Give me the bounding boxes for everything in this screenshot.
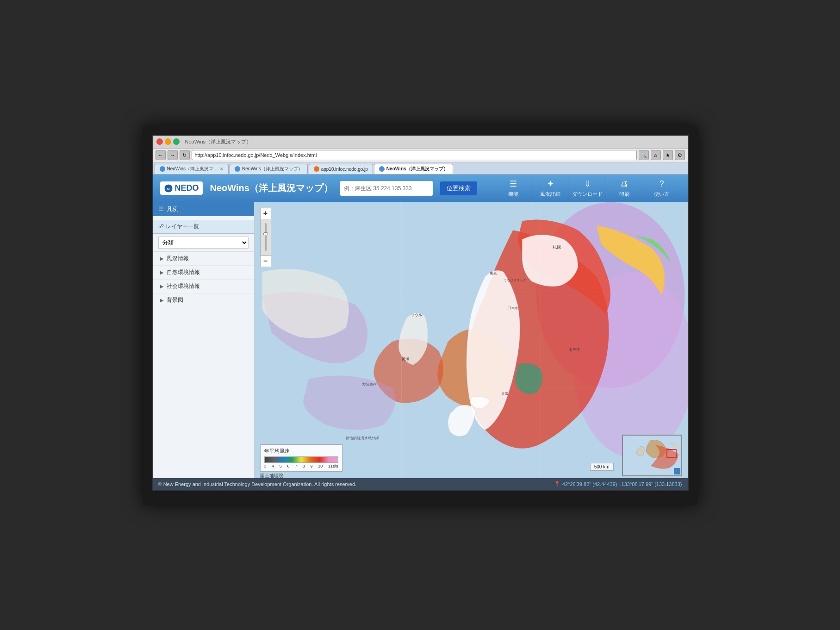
tab-1[interactable]: NeoWins（洋上風況マ… ✕ — [155, 164, 229, 174]
layer-category-area[interactable]: 分類 — [153, 234, 254, 252]
map-attribution: 国土地理院 — [260, 473, 283, 479]
pin-icon: 📍 — [554, 481, 560, 487]
zoom-out-button[interactable]: − — [260, 256, 271, 267]
back-button[interactable]: ← — [156, 150, 166, 160]
layer-item-wind[interactable]: ▶ 風況情報 — [153, 252, 254, 266]
svg-text:大陸東岸: 大陸東岸 — [362, 382, 377, 387]
minimize-button[interactable] — [165, 138, 171, 145]
sidebar-layers-section: ☍ レイヤー一覧 — [153, 220, 254, 234]
tab-3[interactable]: app10.infoc.nedo.go.jp — [309, 164, 373, 174]
function-icon: ☰ — [510, 179, 517, 189]
sidebar-legend-header: ☰ 凡例 — [153, 202, 254, 216]
monitor-frame: NeoWins（洋上風況マップ） ← → ↻ http://app10.info… — [143, 125, 698, 505]
zoom-slider[interactable] — [260, 219, 271, 256]
layer-item-social[interactable]: ▶ 社会環境情報 — [153, 280, 254, 293]
layer-item-background[interactable]: ▶ 背景図 — [153, 293, 254, 307]
scale-bar: 500 km — [590, 463, 614, 471]
nedo-logo: N NEDO — [160, 181, 203, 195]
header-actions: ☰ 機能 ✦ 風況詳細 ⇓ ダウンロード 🖨 印刷 ? 使い方 — [495, 175, 680, 202]
print-button[interactable]: 🖨 印刷 — [606, 175, 643, 202]
layer-arrow-wind: ▶ — [160, 256, 164, 261]
layers-icon: ☍ — [158, 223, 164, 230]
svg-text:排他的経済水域外縁: 排他的経済水域外縁 — [346, 436, 379, 440]
tab-icon-2 — [235, 166, 240, 172]
browser-screen: NeoWins（洋上風況マップ） ← → ↻ http://app10.info… — [152, 135, 689, 491]
tab-icon-4 — [379, 166, 385, 172]
svg-text:日本海: 日本海 — [508, 306, 518, 309]
svg-text:ウラジオストク: ウラジオストク — [504, 278, 526, 281]
mini-map-svg — [623, 436, 682, 476]
copyright-text: © New Energy and Industrial Technology D… — [158, 481, 357, 487]
print-icon: 🖨 — [620, 179, 628, 189]
address-bar[interactable]: http://app10.infoc.nedo.go.jp/Nedo_Webgi… — [192, 150, 637, 160]
svg-text:太平洋: 太平洋 — [568, 348, 579, 352]
sidebar: ☰ 凡例 ☍ レイヤー一覧 分類 ▶ 風況情報 ▶ — [153, 202, 255, 490]
home-button[interactable]: ⌂ — [651, 150, 661, 160]
svg-text:札幌: 札幌 — [552, 245, 560, 250]
legend-box: 年平均風速 3 4 5 6 7 8 9 10 11s/s — [260, 444, 342, 472]
map-container[interactable]: 札幌 東京 ソウル 大阪 大陸東岸 日本海 黄海 太平洋 ウラジオストク 排他的… — [255, 202, 688, 490]
browser-tabs: NeoWins（洋上風況マ… ✕ NeoWins（洋上風況マップ） app10.… — [153, 162, 688, 175]
legend-icon: ☰ — [158, 206, 164, 212]
tab-icon-3 — [314, 166, 319, 172]
svg-text:黄海: 黄海 — [401, 357, 409, 361]
status-bar: © New Energy and Industrial Technology D… — [153, 478, 688, 490]
wind-detail-button[interactable]: ✦ 風況詳細 — [532, 175, 569, 202]
bookmarks-button[interactable]: ★ — [663, 150, 673, 160]
browser-toolbar: ← → ↻ http://app10.infoc.nedo.go.jp/Nedo… — [153, 149, 688, 162]
nedo-logo-icon: N — [164, 184, 173, 193]
coordinates-display: 📍 42°26'39.82" (42.44439) . 133°08'17.99… — [554, 481, 682, 487]
layer-arrow-nature: ▶ — [160, 270, 164, 275]
app-header: N NEDO NeoWins（洋上風況マップ） 位置検索 ☰ 機能 ✦ 風況詳細… — [153, 175, 688, 202]
tab-4[interactable]: NeoWins（洋上風況マップ） — [374, 164, 453, 174]
svg-text:大阪: 大阪 — [501, 392, 509, 396]
close-button[interactable] — [156, 138, 163, 145]
browser-titlebar: NeoWins（洋上風況マップ） — [153, 136, 688, 149]
tab-2[interactable]: NeoWins（洋上風況マップ） — [230, 164, 308, 174]
help-button[interactable]: ? 使い方 — [643, 175, 680, 202]
svg-text:N: N — [167, 187, 170, 191]
wind-detail-icon: ✦ — [547, 179, 554, 189]
forward-button[interactable]: → — [168, 150, 178, 160]
window-title: NeoWins（洋上風況マップ） — [185, 138, 252, 145]
zoom-controls: + − — [260, 208, 271, 267]
layer-arrow-background: ▶ — [160, 298, 164, 303]
tab-close-1[interactable]: ✕ — [220, 167, 224, 171]
function-button[interactable]: ☰ 機能 — [495, 175, 532, 202]
tab-icon-1 — [160, 166, 165, 172]
legend-gradient — [264, 456, 338, 463]
maximize-button[interactable] — [173, 138, 180, 145]
layer-item-nature[interactable]: ▶ 自然環境情報 — [153, 266, 254, 280]
location-input[interactable] — [340, 181, 433, 196]
settings-button[interactable]: ⚙ — [675, 150, 685, 160]
svg-text:東京: 東京 — [490, 271, 497, 275]
zoom-in-button[interactable]: + — [260, 208, 271, 219]
reload-button[interactable]: ↻ — [180, 150, 190, 160]
help-icon: ? — [659, 179, 664, 189]
download-button[interactable]: ⇓ ダウンロード — [569, 175, 606, 202]
legend-title: 年平均風速 — [264, 448, 338, 455]
search-button-nav[interactable]: 🔍 — [639, 150, 649, 160]
mini-map[interactable]: + — [622, 435, 682, 476]
legend-labels: 3 4 5 6 7 8 9 10 11s/s — [264, 464, 338, 468]
download-icon: ⇓ — [584, 179, 591, 189]
main-area: ☰ 凡例 ☍ レイヤー一覧 分類 ▶ 風況情報 ▶ — [153, 202, 688, 490]
mini-map-expand[interactable]: + — [674, 468, 680, 474]
app-title: NeoWins（洋上風況マップ） — [210, 182, 333, 194]
svg-text:ソウル: ソウル — [411, 312, 422, 317]
search-button[interactable]: 位置検索 — [440, 181, 477, 195]
layer-category-select[interactable]: 分類 — [158, 237, 249, 249]
layer-arrow-social: ▶ — [160, 284, 164, 289]
